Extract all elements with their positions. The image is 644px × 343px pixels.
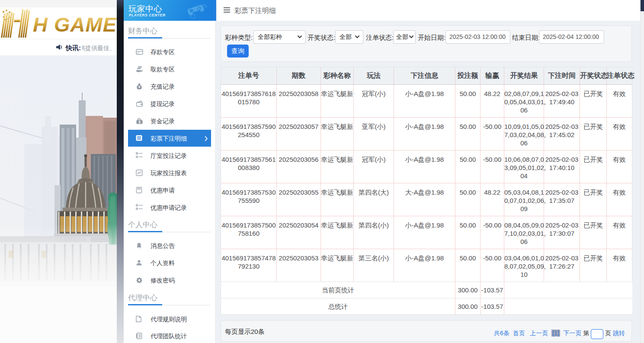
svg-text:¥: ¥	[138, 85, 141, 89]
svg-text:H GAME: H GAME	[33, 13, 117, 36]
svg-text:$: $	[138, 120, 141, 124]
